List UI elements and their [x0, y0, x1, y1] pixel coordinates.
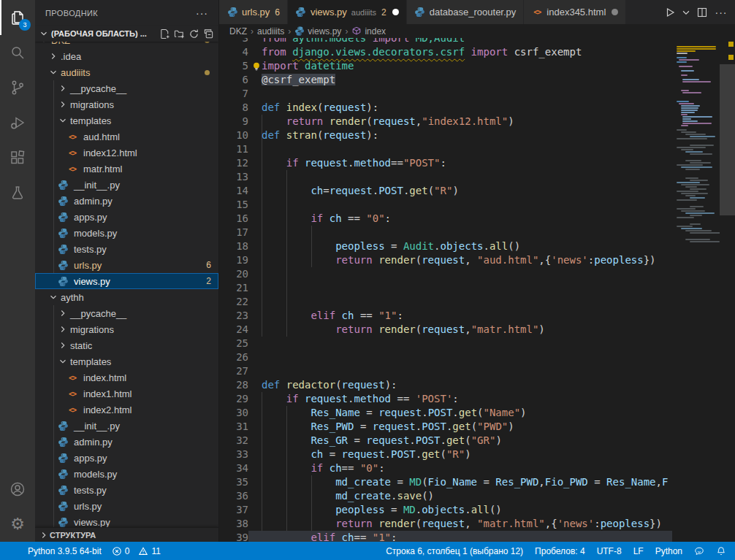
tree-file-aud.html[interactable]: <>aud.html: [35, 129, 218, 145]
code-line-37[interactable]: 37 peopless = MD.objects.all(): [219, 503, 672, 517]
tree-file-urls.py[interactable]: urls.py: [35, 498, 218, 514]
cursor-position-status[interactable]: Строка 6, столбец 1 (выбрано 12): [386, 546, 523, 556]
sidebar-more-actions[interactable]: ···: [196, 7, 208, 19]
code-area[interactable]: 3from aythh.models import MD,Audit4from …: [219, 38, 672, 542]
tree-file-apps.py[interactable]: apps.py: [35, 450, 218, 466]
code-line-4[interactable]: 4from django.views.decorators.csrf impor…: [219, 45, 672, 59]
refresh-icon[interactable]: [186, 26, 201, 41]
split-editor-icon[interactable]: [694, 4, 710, 20]
breadcrumb-item-views.py[interactable]: views.py: [294, 26, 341, 37]
collapse-all-icon[interactable]: [201, 26, 216, 41]
code-line-19[interactable]: 19 return render(request, "aud.html",{'n…: [219, 253, 672, 267]
tab-database_roouter.py[interactable]: database_roouter.py: [407, 0, 525, 24]
tree-file-index2.html[interactable]: <>index2.html: [35, 402, 218, 418]
code-line-6[interactable]: 6@csrf_exempt: [219, 73, 672, 87]
tree-folder-.idea[interactable]: .idea: [35, 48, 218, 64]
code-line-27[interactable]: 27: [219, 364, 672, 378]
code-line-7[interactable]: 7: [219, 87, 672, 101]
run-icon[interactable]: [662, 4, 678, 20]
tree-file-views.py[interactable]: views.py: [35, 514, 218, 527]
tree-file-views.py[interactable]: views.py2: [35, 273, 218, 289]
testing-icon[interactable]: [0, 175, 35, 210]
tree-file-tests.py[interactable]: tests.py: [35, 241, 218, 257]
code-line-17[interactable]: 17: [219, 226, 672, 239]
editor-scrollbar[interactable]: [720, 38, 735, 542]
run-debug-icon[interactable]: [0, 105, 35, 140]
new-folder-icon[interactable]: [172, 26, 186, 41]
account-icon[interactable]: [0, 472, 35, 507]
more-actions-ellipsis[interactable]: ···: [713, 4, 729, 20]
tree-file-tests.py[interactable]: tests.py: [35, 482, 218, 498]
tree-file-__init__.py[interactable]: __init__.py: [35, 418, 218, 434]
breadcrumb-item-index[interactable]: index: [351, 26, 386, 37]
code-line-16[interactable]: 16 if ch == "0":: [219, 212, 672, 226]
workspace-section-header[interactable]: (РАБОЧАЯ ОБЛАСТЬ) ...: [35, 26, 218, 42]
tree-folder-templates[interactable]: templates: [35, 353, 218, 369]
code-line-34[interactable]: 34 if ch== "0":: [219, 461, 672, 475]
explorer-icon[interactable]: 3: [0, 0, 35, 35]
code-line-23[interactable]: 23 elif ch == "1":: [219, 309, 672, 323]
tree-folder-aythh[interactable]: aythh: [35, 289, 218, 305]
dirty-dot-icon[interactable]: [612, 9, 618, 15]
lightbulb-icon[interactable]: [251, 61, 262, 72]
code-line-31[interactable]: 31 Res_PWD = request.POST.get("PWD"): [219, 420, 672, 434]
code-line-12[interactable]: 12 if request.method=="POST":: [219, 156, 672, 170]
chevron-down-icon[interactable]: [681, 4, 691, 20]
dirty-dot-icon[interactable]: [392, 9, 399, 15]
code-line-32[interactable]: 32 Res_GR = request.POST.get("GR"): [219, 434, 672, 448]
code-line-3[interactable]: 3from aythh.models import MD,Audit: [219, 38, 672, 45]
eol-status[interactable]: LF: [633, 546, 644, 556]
tree-folder-migrations[interactable]: migrations: [35, 321, 218, 337]
code-line-24[interactable]: 24 return render(request,"matr.html"): [219, 323, 672, 337]
extensions-icon[interactable]: [0, 140, 35, 175]
tab-views.py[interactable]: views.pyaudiiits2: [288, 0, 407, 24]
tree-folder-DKZ[interactable]: DKZ: [35, 42, 218, 48]
code-line-11[interactable]: 11: [219, 142, 672, 156]
code-line-18[interactable]: 18 peopless = Audit.objects.all(): [219, 239, 672, 253]
code-line-8[interactable]: 8def index(request):: [219, 101, 672, 115]
encoding-status[interactable]: UTF-8: [597, 546, 622, 556]
tree-folder-static[interactable]: static: [35, 337, 218, 353]
new-file-icon[interactable]: [157, 26, 172, 41]
tree-file-admin.py[interactable]: admin.py: [35, 434, 218, 450]
minimap[interactable]: [674, 38, 720, 542]
code-line-38[interactable]: 38 return render(request, "matr.html",{'…: [219, 517, 672, 531]
tree-folder-audiiits[interactable]: audiiits: [35, 64, 218, 80]
code-line-33[interactable]: 33 ch = request.POST.get("R"): [219, 448, 672, 461]
problems-status[interactable]: 0 11: [112, 546, 161, 556]
tree-folder-migrations[interactable]: migrations: [35, 96, 218, 112]
breadcrumb-item-DKZ[interactable]: DKZ: [229, 26, 247, 37]
tree-file-models.py[interactable]: models.py: [35, 225, 218, 241]
breadcrumb-item-audiiits[interactable]: audiiits: [257, 26, 284, 37]
source-control-icon[interactable]: [0, 70, 35, 105]
language-mode-status[interactable]: Python: [655, 546, 682, 556]
tab-index345.html[interactable]: <>index345.html: [524, 0, 626, 24]
code-line-20[interactable]: 20: [219, 267, 672, 281]
code-line-39[interactable]: 39 elif ch== "1":: [219, 531, 672, 542]
tree-file-index.html[interactable]: <>index.html: [35, 369, 218, 386]
indentation-status[interactable]: Пробелов: 4: [535, 546, 585, 556]
tree-file-matr.html[interactable]: <>matr.html: [35, 161, 218, 177]
tree-folder-__pycache__[interactable]: __pycache__: [35, 305, 218, 321]
tree-file-admin.py[interactable]: admin.py: [35, 193, 218, 209]
tree-file-__init__.py[interactable]: __init__.py: [35, 177, 218, 193]
feedback-icon[interactable]: [694, 546, 704, 556]
tab-urls.py[interactable]: urls.py6: [219, 0, 288, 24]
code-line-26[interactable]: 26: [219, 350, 672, 364]
tree-folder-templates[interactable]: templates: [35, 112, 218, 129]
code-line-29[interactable]: 29 if request.method == 'POST':: [219, 392, 672, 406]
tree-file-index12.html[interactable]: <>index12.html: [35, 145, 218, 161]
code-line-10[interactable]: 10def stran(request):: [219, 129, 672, 142]
code-line-15[interactable]: 15: [219, 198, 672, 212]
code-line-22[interactable]: 22: [219, 295, 672, 309]
outline-section-header[interactable]: СТРУКТУРА: [35, 527, 218, 542]
code-line-5[interactable]: 5import datetime: [219, 59, 672, 73]
code-line-25[interactable]: 25: [219, 337, 672, 350]
code-editor[interactable]: 3from aythh.models import MD,Audit4from …: [219, 38, 735, 542]
code-line-28[interactable]: 28def redactor(request):: [219, 378, 672, 392]
tree-file-urls.py[interactable]: urls.py6: [35, 257, 218, 273]
tree-file-apps.py[interactable]: apps.py: [35, 209, 218, 225]
tree-folder-__pycache__[interactable]: __pycache__: [35, 80, 218, 96]
tree-file-models.py[interactable]: models.py: [35, 466, 218, 482]
scrollbar-thumb[interactable]: [720, 64, 735, 215]
